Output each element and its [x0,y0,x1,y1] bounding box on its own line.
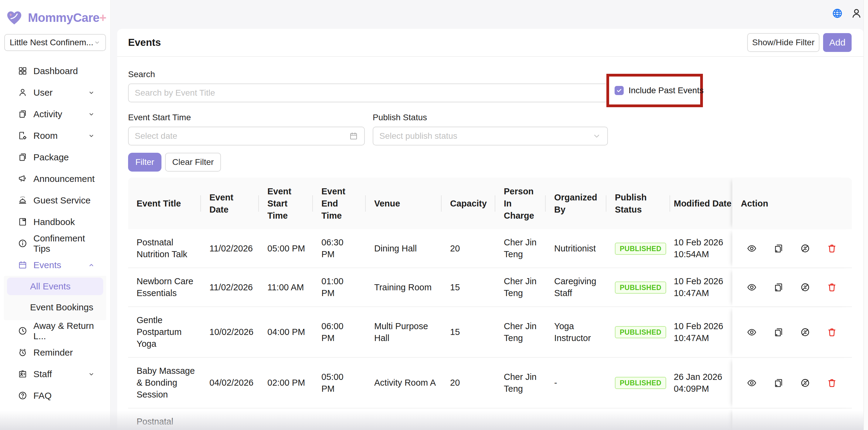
dashboard-grid-icon [18,66,27,76]
sidebar-item-confinement-tips[interactable]: Confinement Tips [0,233,110,254]
sidebar-item-handbook[interactable]: Handbook [0,211,110,233]
cell-end: 01:00 PM [313,268,366,307]
sidebar-item-activity[interactable]: Activity [0,103,110,125]
sidebar-item-label: Away & Return L... [33,321,95,341]
delete-button[interactable] [827,282,837,293]
sidebar-item-staff[interactable]: Staff [0,363,110,385]
column-header-capacity[interactable]: Capacity [442,178,495,229]
sidebar-item-label: Confinement Tips [33,233,95,254]
add-label: Add [829,37,845,48]
calendar-icon [349,132,358,141]
sidebar-item-room[interactable]: Room [0,125,110,146]
copy-icon [773,243,784,254]
eye-off-icon [800,243,810,254]
filter-button[interactable]: Filter [128,153,161,172]
add-button[interactable]: Add [823,33,851,52]
publish-status-select[interactable]: Select publish status [373,126,608,145]
chevron-down-icon [88,111,95,118]
sidebar-item-faq[interactable]: FAQ [0,385,110,406]
view-button[interactable] [746,377,757,389]
sidebar-item-reminder[interactable]: Reminder [0,342,110,363]
copy-button[interactable] [773,377,784,389]
unpublish-button[interactable] [800,377,811,389]
eye-off-icon [800,378,810,388]
column-header-person-in-charge[interactable]: Person In Charge [495,178,546,229]
view-button[interactable] [746,282,757,293]
cell-status: PUBLISHED [607,268,670,307]
cell-end: 06:00 PM [313,307,366,358]
cell-status: PUBLISHED [607,358,670,408]
sidebar-item-event-bookings[interactable]: Event Bookings [4,295,106,319]
cell-end [313,408,366,430]
sidebar-item-label: User [33,87,53,98]
cell-organizer: - [546,358,607,408]
publish-status-badge: PUBLISHED [615,377,666,389]
sidebar-item-package[interactable]: Package [0,146,110,168]
sidebar-item-all-events[interactable]: All Events [7,278,103,295]
view-button[interactable] [746,243,757,254]
eye-icon [747,327,757,337]
delete-button[interactable] [827,377,837,389]
sidebar-item-dashboard[interactable]: Dashboard [0,60,110,82]
cell-end: 06:30 PM [313,229,366,268]
column-header-event-title[interactable]: Event Title [128,178,201,229]
table-row: Newborn Care Essentials11/02/202611:00 A… [128,268,852,307]
unpublish-button[interactable] [800,327,811,338]
cell-modified: 10 Feb 2026 10:47AM [670,307,732,358]
brand-logo[interactable]: + MommyCare+ [5,6,110,29]
cell-action [732,268,852,307]
publish-status-badge: PUBLISHED [615,242,666,255]
language-globe-icon[interactable] [832,8,843,19]
sidebar-item-user[interactable]: User [0,82,110,103]
sidebar-item-announcement[interactable]: Announcement [0,168,110,190]
cell-action [732,307,852,358]
cell-date: 11/02/2026 [201,229,259,268]
column-header-venue[interactable]: Venue [366,178,442,229]
sidebar-item-label: Activity [33,109,62,119]
column-header-event-date[interactable]: Event Date [201,178,259,229]
copy-icon [773,378,784,388]
cell-organizer [546,408,607,430]
cell-title: Baby Massage & Bonding Session [128,358,201,408]
cell-person [495,408,546,430]
clear-filter-button[interactable]: Clear Filter [165,153,221,172]
column-header-event-start-time[interactable]: Event Start Time [259,178,313,229]
column-header-publish-status[interactable]: Publish Status [607,178,670,229]
unpublish-button[interactable] [800,282,811,293]
copy-button[interactable] [773,282,784,293]
app-screen: + MommyCare+ Little Nest Confinem... Das… [0,0,868,430]
account-user-icon[interactable] [851,8,862,19]
page-title: Events [128,37,161,48]
sidebar-item-events[interactable]: Events [0,254,110,276]
cell-organizer: Yoga Instructor [546,307,607,358]
view-button[interactable] [746,327,757,338]
page-scrollbar[interactable] [863,0,868,430]
unpublish-button[interactable] [800,243,811,254]
copy-button[interactable] [773,327,784,338]
delete-button[interactable] [827,327,837,338]
sidebar-item-label: Handbook [33,217,75,227]
cell-date: 11/02/2026 [201,268,259,307]
include-past-events-checkbox[interactable] [615,86,624,95]
service-bell-icon [18,196,27,205]
column-header-modified-date[interactable]: Modified Date [670,178,732,229]
sidebar-item-guest-service[interactable]: Guest Service [0,190,110,211]
copy-button[interactable] [773,243,784,254]
show-hide-filter-button[interactable]: Show/Hide Filter [747,33,819,52]
event-start-date-picker[interactable]: Select date [128,126,365,145]
delete-button[interactable] [827,243,837,254]
sidebar-item-away-return[interactable]: Away & Return L... [0,320,110,342]
column-header-event-end-time[interactable]: Event End Time [313,178,366,229]
table-row: Gentle Postpartum Yoga10/02/202604:00 PM… [128,307,852,358]
events-submenu: All Events Event Bookings [4,276,106,320]
cell-start [259,408,313,430]
column-header-organized-by[interactable]: Organized By [546,178,607,229]
cell-start: 04:00 PM [259,307,313,358]
table-row: Baby Massage & Bonding Session04/02/2026… [128,358,852,408]
cell-organizer: Caregiving Staff [546,268,607,307]
cell-action [732,358,852,408]
trash-icon [827,327,837,337]
center-selector-dropdown[interactable]: Little Nest Confinem... [4,34,106,51]
cell-venue: Activity Room A [366,358,442,408]
search-input[interactable] [135,88,601,98]
